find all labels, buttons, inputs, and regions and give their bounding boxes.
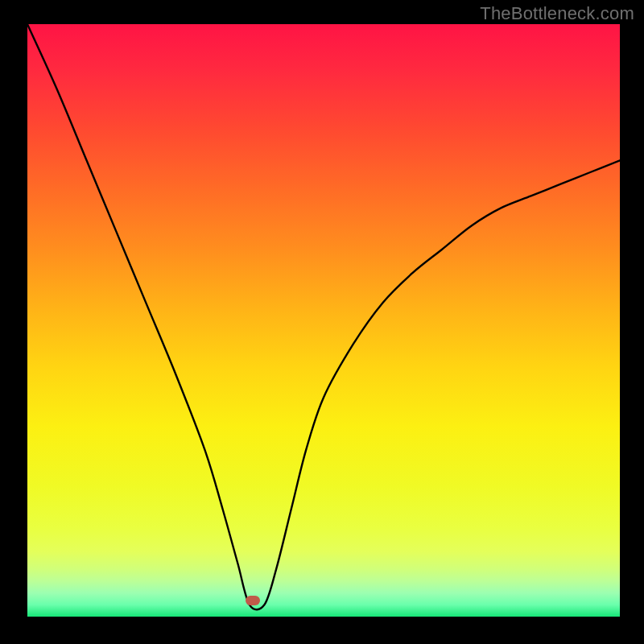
watermark-text: TheBottleneck.com [480, 3, 634, 24]
optimal-point-marker [246, 596, 260, 605]
chart-curve-svg [0, 0, 644, 644]
bottleneck-curve [27, 24, 620, 609]
chart-frame: TheBottleneck.com [0, 0, 644, 644]
